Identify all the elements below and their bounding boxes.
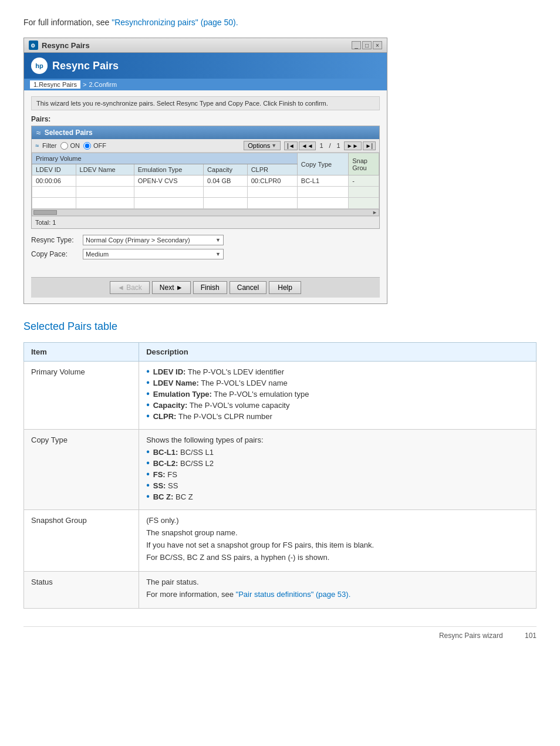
total-row: Total: 1 <box>32 216 379 228</box>
pairs-label: Pairs: <box>31 115 380 123</box>
col-copy-type: Copy Type <box>297 153 348 175</box>
next-button[interactable]: Next ► <box>152 281 191 294</box>
resync-type-select[interactable]: Normal Copy (Primary > Secondary) ▼ <box>83 235 224 245</box>
nav-controls: |◄ ◄◄ 1 / 1 ►► ►| <box>284 141 376 150</box>
list-item: •SS: SS <box>146 481 529 490</box>
nav-last-button[interactable]: ►| <box>363 141 376 150</box>
total-value: 1 <box>52 219 56 226</box>
breadcrumb-separator: > <box>83 81 86 88</box>
dialog-title-controls: _ □ × <box>352 41 382 49</box>
list-item: •CLPR: The P-VOL's CLPR number <box>146 412 529 421</box>
list-item: •BC-L2: BC/SS L2 <box>146 459 529 468</box>
list-item: •BC Z: BC Z <box>146 492 529 501</box>
resync-type-label: Resync Type: <box>31 236 78 244</box>
maximize-button[interactable]: □ <box>362 41 372 49</box>
nav-first-button[interactable]: |◄ <box>284 141 298 150</box>
section-title: Selected Pairs table <box>23 320 537 333</box>
filter-label: Filter <box>42 142 56 149</box>
page-footer-wizard-name: Resync Pairs wizard <box>439 632 503 640</box>
bullet-icon: • <box>146 400 150 410</box>
dialog-title: Resync Pairs <box>42 41 90 50</box>
breadcrumb-bar: 1.Resync Pairs > 2.Confirm <box>24 79 387 90</box>
filter-off-radio[interactable] <box>83 142 91 150</box>
scroll-right-arrow[interactable]: ► <box>372 210 377 215</box>
ref-item-snapshot-group: Snapshot Group <box>24 510 139 572</box>
back-button[interactable]: ◄ Back <box>110 281 150 294</box>
ref-item-primary-volume: Primary Volume <box>24 362 139 430</box>
nav-page-current: 1 <box>317 142 325 149</box>
dialog-body: This wizard lets you re-synchronize pair… <box>24 90 387 303</box>
on-radio-group: ON <box>60 142 80 150</box>
filter-icon: ≈ <box>35 142 39 149</box>
snapshot-desc-3: If you have not set a snapshot group for… <box>146 541 529 549</box>
filter-off-label: OFF <box>93 142 106 149</box>
cell-snap-group: - <box>349 175 379 187</box>
app-icon: ⚙ <box>29 40 38 50</box>
list-item: •FS: FS <box>146 470 529 479</box>
snapshot-desc-4: For BC/SS, BC Z and SS pairs, a hyphen (… <box>146 553 529 562</box>
list-item: •LDEV Name: The P-VOL's LDEV name <box>146 379 529 387</box>
col-clpr: CLPR <box>247 164 297 175</box>
horizontal-scrollbar[interactable]: ► <box>32 209 379 216</box>
cell-capacity: 0.04 GB <box>204 175 248 187</box>
ref-desc-primary-volume: •LDEV ID: The P-VOL's LDEV identifier •L… <box>139 362 537 430</box>
nav-next-button[interactable]: ►► <box>344 141 362 150</box>
ref-item-copy-type: Copy Type <box>24 430 139 510</box>
page-footer: Resync Pairs wizard 101 <box>23 626 537 640</box>
hp-logo: hp <box>31 58 48 74</box>
copy-pace-label: Copy Pace: <box>31 250 78 258</box>
finish-button[interactable]: Finish <box>193 281 227 294</box>
bullet-icon: • <box>146 481 150 490</box>
selected-pairs-title: Selected Pairs <box>45 129 93 137</box>
cell-ldev-id: 00:00:06 <box>32 175 76 187</box>
intro-link[interactable]: "Resynchronizing pairs" (page 50). <box>112 18 238 27</box>
selected-pairs-header: ≈ Selected Pairs <box>32 126 379 139</box>
close-button[interactable]: × <box>373 41 382 49</box>
copy-pace-arrow-icon: ▼ <box>215 251 221 257</box>
resync-type-arrow-icon: ▼ <box>215 237 221 243</box>
ref-desc-snapshot-group: (FS only.) The snapshot group name. If y… <box>139 510 537 572</box>
scrollbar-thumb[interactable] <box>33 210 57 215</box>
nav-prev-button[interactable]: ◄◄ <box>299 141 316 150</box>
dialog-header-bar: hp Resync Pairs <box>24 53 387 79</box>
ref-desc-copy-type: Shows the following types of pairs: •BC-… <box>139 430 537 510</box>
nav-page-total: 1 <box>335 142 343 149</box>
ref-row-primary-volume: Primary Volume •LDEV ID: The P-VOL's LDE… <box>24 362 537 430</box>
copy-type-intro: Shows the following types of pairs: <box>146 436 529 444</box>
filter-on-label: ON <box>70 142 80 149</box>
cell-clpr: 00:CLPR0 <box>247 175 297 187</box>
help-button[interactable]: Help <box>269 281 301 294</box>
copy-pace-row: Copy Pace: Medium ▼ <box>31 249 380 259</box>
copy-pace-select[interactable]: Medium ▼ <box>83 249 224 259</box>
snapshot-desc-2: The snapshot group name. <box>146 528 529 537</box>
options-arrow-icon: ▼ <box>271 143 276 148</box>
nav-page-separator: / <box>327 142 333 149</box>
resync-options: Resync Type: Normal Copy (Primary > Seco… <box>31 235 380 259</box>
status-link[interactable]: "Pair status definitions" (page 53). <box>236 590 351 599</box>
bullet-icon: • <box>146 411 150 421</box>
filter-on-radio[interactable] <box>60 142 68 150</box>
col-ldev-name: LDEV Name <box>76 164 134 175</box>
resync-type-value: Normal Copy (Primary > Secondary) <box>86 237 190 244</box>
cancel-button[interactable]: Cancel <box>230 281 266 294</box>
bullet-icon: • <box>146 492 150 501</box>
table-wrapper: Primary Volume Copy Type SnapGrou LDEV I… <box>32 153 379 209</box>
options-button[interactable]: Options ▼ <box>244 141 281 150</box>
table-row: 00:00:06 OPEN-V CVS 0.04 GB 00:CLPR0 BC-… <box>32 175 379 187</box>
dialog-title-left: ⚙ Resync Pairs <box>29 40 90 50</box>
bullet-icon: • <box>146 470 150 479</box>
breadcrumb-step2[interactable]: 2.Confirm <box>89 81 117 88</box>
breadcrumb-step1[interactable]: 1.Resync Pairs <box>30 80 80 89</box>
intro-prefix: For full information, see <box>23 18 112 27</box>
copy-type-list: •BC-L1: BC/SS L1 •BC-L2: BC/SS L2 •FS: F… <box>146 448 529 501</box>
selected-pairs-box: ≈ Selected Pairs ≈ Filter ON OFF Options <box>31 126 380 229</box>
dialog-description: This wizard lets you re-synchronize pair… <box>31 96 380 110</box>
snapshot-desc-1: (FS only.) <box>146 516 529 525</box>
ref-col-item: Item <box>24 343 139 362</box>
ref-item-status: Status <box>24 572 139 609</box>
cell-ldev-name <box>76 175 134 187</box>
dialog-header-title: Resync Pairs <box>52 60 119 72</box>
status-desc-2: For more information, see "Pair status d… <box>146 590 529 599</box>
off-radio-group: OFF <box>83 142 106 150</box>
minimize-button[interactable]: _ <box>352 41 361 49</box>
